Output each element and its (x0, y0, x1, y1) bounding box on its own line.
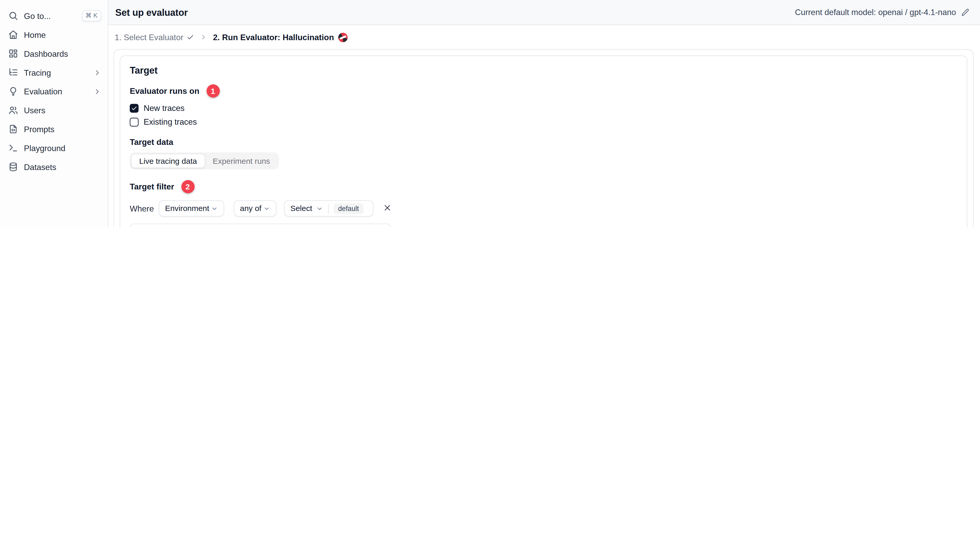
home-icon (8, 30, 18, 40)
page-title: Set up evaluator (115, 7, 188, 17)
keyboard-shortcut-chip: ⌘ K (82, 10, 101, 22)
sidebar: Go to... ⌘ K Home Dashboards Tracing Eva… (0, 0, 108, 227)
filter-row: Where Environment any of Select (130, 200, 967, 217)
target-filter-heading: Target filter 2 (130, 180, 967, 193)
app-window: Go to... ⌘ K Home Dashboards Tracing Eva… (0, 0, 980, 227)
filter-value-chip-default: default (334, 203, 363, 214)
sidebar-item-dashboards[interactable]: Dashboards (0, 44, 108, 63)
default-model-indicator: Current default model: openai / gpt-4.1-… (795, 8, 969, 17)
tab-experiment-runs[interactable]: Experiment runs (205, 154, 277, 168)
checkbox-new-traces[interactable]: New traces (130, 103, 967, 113)
add-filter-button[interactable]: Add filter (130, 224, 391, 227)
goto-label: Go to... (24, 11, 51, 21)
prompts-icon (8, 124, 18, 134)
breadcrumb-step-2-label: 2. Run Evaluator: Hallucination (213, 32, 334, 42)
sidebar-item-tracing[interactable]: Tracing (0, 63, 108, 82)
search-icon (8, 11, 18, 21)
chevron-right-icon (93, 87, 102, 95)
divider (328, 204, 328, 213)
checkbox-existing-traces-label: Existing traces (144, 117, 197, 127)
sidebar-item-datasets[interactable]: Datasets (0, 157, 108, 176)
filter-operator-select[interactable]: any of (234, 200, 276, 217)
sidebar-item-prompts[interactable]: Prompts (0, 120, 108, 139)
filter-column-value: Environment (165, 204, 209, 213)
target-data-segmented-control: Live tracing data Experiment runs (130, 152, 279, 170)
sidebar-item-evaluation[interactable]: Evaluation (0, 82, 108, 101)
target-card: Target Evaluator runs on 1 New traces Ex… (120, 56, 967, 227)
tracing-icon (8, 67, 18, 78)
checkbox-existing-traces[interactable]: Existing traces (130, 117, 967, 127)
breadcrumb-step-1[interactable]: 1. Select Evaluator (115, 32, 194, 42)
topbar: Set up evaluator Current default model: … (108, 0, 980, 25)
default-model-label: Current default model: openai / gpt-4.1-… (795, 8, 956, 17)
chevron-down-icon (316, 205, 323, 212)
plus-icon (239, 226, 247, 227)
sidebar-item-home[interactable]: Home (0, 25, 108, 44)
annotation-badge-1: 1 (206, 84, 220, 98)
sidebar-item-users[interactable]: Users (0, 101, 108, 120)
filter-value-select[interactable]: Select default (284, 200, 374, 217)
filter-operator-value: any of (240, 204, 262, 213)
goto-search-button[interactable]: Go to... ⌘ K (0, 6, 108, 25)
where-label: Where (130, 204, 159, 213)
main-area: Set up evaluator Current default model: … (108, 0, 980, 227)
hallucination-evaluator-logo-icon (338, 32, 348, 42)
runs-on-heading: Evaluator runs on 1 (130, 84, 967, 98)
checkbox-new-traces-label: New traces (144, 103, 185, 113)
target-filter-label: Target filter (130, 182, 174, 191)
checkbox-checked-icon[interactable] (130, 104, 138, 113)
chevron-down-icon (211, 205, 218, 212)
target-data-heading: Target data (130, 137, 967, 147)
evaluation-icon (8, 86, 18, 97)
users-icon (8, 105, 18, 115)
sidebar-item-playground[interactable]: Playground (0, 138, 108, 157)
remove-filter-x-icon[interactable] (383, 203, 393, 214)
evaluator-form-card: Target Evaluator runs on 1 New traces Ex… (113, 49, 974, 227)
filter-column-select[interactable]: Environment (159, 200, 224, 217)
content: 1. Select Evaluator 2. Run Evaluator: Ha… (108, 25, 980, 227)
breadcrumb: 1. Select Evaluator 2. Run Evaluator: Ha… (115, 31, 980, 44)
sidebar-nav-list: Home Dashboards Tracing Evaluation Users… (0, 25, 108, 176)
target-heading: Target (130, 65, 967, 75)
edit-model-pencil-icon[interactable] (961, 8, 969, 17)
chevron-separator-icon (200, 33, 207, 41)
chevron-down-icon (263, 205, 270, 212)
breadcrumb-step-1-label: 1. Select Evaluator (115, 32, 183, 42)
runs-on-label: Evaluator runs on (130, 86, 199, 95)
dashboards-icon (8, 48, 18, 59)
playground-icon (8, 143, 18, 153)
breadcrumb-step-2: 2. Run Evaluator: Hallucination (213, 32, 348, 42)
datasets-icon (8, 162, 18, 172)
checkbox-unchecked-icon[interactable] (130, 118, 138, 126)
filter-value-placeholder: Select (290, 204, 312, 213)
chevron-right-icon (93, 68, 102, 77)
annotation-badge-2: 2 (181, 180, 194, 193)
check-icon (186, 33, 194, 41)
target-data-label: Target data (130, 137, 173, 147)
tab-live-tracing-data[interactable]: Live tracing data (131, 154, 205, 168)
add-filter-label: Add filter (251, 226, 282, 227)
